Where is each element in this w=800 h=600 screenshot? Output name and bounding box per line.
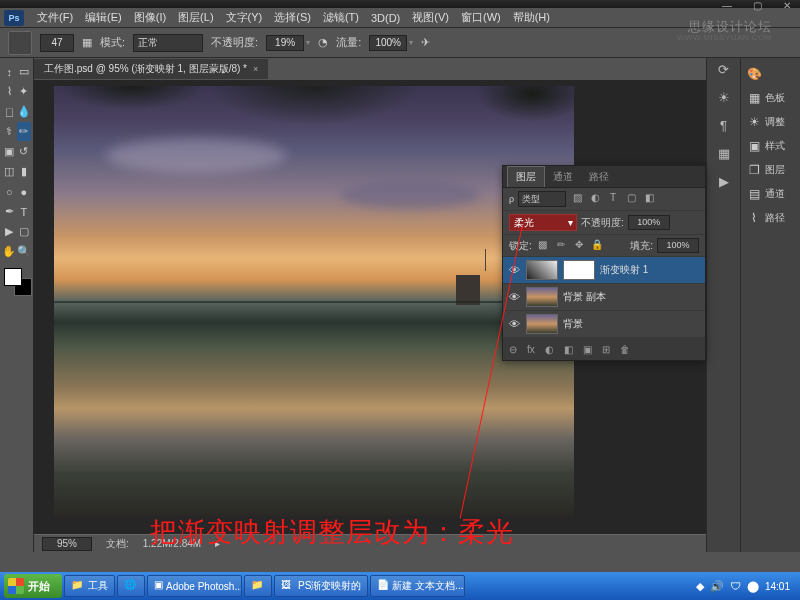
history-panel-icon[interactable]: ⟳ — [714, 62, 734, 80]
app-logo[interactable]: Ps — [4, 10, 24, 26]
minimize-button[interactable]: — — [718, 0, 736, 8]
taskbar-item[interactable]: 📁工具 — [64, 575, 115, 597]
styles-panel-tab[interactable]: ▣样式 — [741, 134, 800, 158]
canvas[interactable] — [54, 86, 574, 516]
menu-filter[interactable]: 滤镜(T) — [318, 8, 364, 27]
color-panel-tab[interactable]: 🎨 — [741, 62, 800, 86]
clock[interactable]: 14:01 — [765, 581, 790, 592]
tray-icon[interactable]: ⬤ — [747, 580, 759, 593]
filter-smart-icon[interactable]: ◧ — [642, 192, 656, 206]
tray-icon[interactable]: ◆ — [696, 580, 704, 593]
brightness-panel-icon[interactable]: ☀ — [714, 90, 734, 108]
pressure-opacity-icon[interactable]: ◔ — [318, 36, 328, 49]
layer-thumbnail[interactable] — [526, 260, 558, 280]
chevron-down-icon[interactable]: ▾ — [306, 38, 310, 47]
document-tab[interactable]: 工作图.psd @ 95% (渐变映射 1, 图层蒙版/8) * × — [34, 59, 268, 79]
layers-tab[interactable]: 图层 — [507, 166, 545, 187]
layer-row[interactable]: 👁 背景 — [503, 311, 705, 338]
lock-transparent-icon[interactable]: ▩ — [536, 239, 550, 253]
marquee-tool[interactable]: ▭ — [17, 62, 32, 81]
lock-position-icon[interactable]: ✥ — [572, 239, 586, 253]
shape-tool[interactable]: ▢ — [17, 222, 32, 241]
layer-name[interactable]: 背景 — [563, 317, 583, 331]
menu-select[interactable]: 选择(S) — [269, 8, 316, 27]
maximize-button[interactable]: ▢ — [748, 0, 766, 8]
delete-layer-icon[interactable]: 🗑 — [620, 344, 630, 355]
heal-tool[interactable]: ⚕ — [2, 122, 17, 141]
opacity-field[interactable]: 19% — [266, 35, 304, 51]
tray-icon[interactable]: 🔊 — [710, 580, 724, 593]
zoom-tool[interactable]: 🔍 — [17, 242, 32, 261]
visibility-icon[interactable]: 👁 — [507, 318, 521, 330]
channels-tab[interactable]: 通道 — [545, 167, 581, 187]
new-adjustment-icon[interactable]: ◧ — [564, 344, 573, 355]
layer-opacity-field[interactable]: 100% — [628, 215, 670, 230]
lock-pixels-icon[interactable]: ✏ — [554, 239, 568, 253]
lasso-tool[interactable]: ⌇ — [2, 82, 17, 101]
channels-panel-tab[interactable]: ▤通道 — [741, 182, 800, 206]
layer-fx-icon[interactable]: fx — [527, 344, 535, 355]
blend-mode-select[interactable]: 正常 — [133, 34, 203, 52]
layer-thumbnail[interactable] — [526, 287, 558, 307]
history-brush-tool[interactable]: ↺ — [17, 142, 32, 161]
menu-window[interactable]: 窗口(W) — [456, 8, 506, 27]
start-button[interactable]: 开始 — [4, 574, 62, 598]
wand-tool[interactable]: ✦ — [17, 82, 32, 101]
taskbar-item[interactable]: 🌐 — [117, 575, 145, 597]
menu-file[interactable]: 文件(F) — [32, 8, 78, 27]
flow-field[interactable]: 100% — [369, 35, 407, 51]
fill-field[interactable]: 100% — [657, 238, 699, 253]
dodge-tool[interactable]: ● — [17, 182, 32, 201]
eraser-tool[interactable]: ◫ — [2, 162, 17, 181]
gradient-tool[interactable]: ▮ — [17, 162, 32, 181]
move-tool[interactable]: ↕ — [2, 62, 17, 81]
brush-tool[interactable]: ✏ — [17, 122, 32, 141]
menu-type[interactable]: 文字(Y) — [221, 8, 268, 27]
layers-panel-tab[interactable]: ❐图层 — [741, 158, 800, 182]
add-mask-icon[interactable]: ◐ — [545, 344, 554, 355]
layer-row[interactable]: 👁 渐变映射 1 — [503, 257, 705, 284]
paragraph-panel-icon[interactable]: ¶ — [714, 118, 734, 136]
menu-image[interactable]: 图像(I) — [129, 8, 171, 27]
close-tab-icon[interactable]: × — [253, 64, 258, 74]
paths-tab[interactable]: 路径 — [581, 167, 617, 187]
brush-size-field[interactable]: 47 — [40, 34, 74, 52]
new-group-icon[interactable]: ▣ — [583, 344, 592, 355]
filter-type-select[interactable]: 类型 — [518, 191, 566, 207]
menu-help[interactable]: 帮助(H) — [508, 8, 555, 27]
adjust-panel-tab[interactable]: ☀调整 — [741, 110, 800, 134]
new-layer-icon[interactable]: ⊞ — [602, 344, 610, 355]
paths-panel-tab[interactable]: ⌇路径 — [741, 206, 800, 230]
pen-tool[interactable]: ✒ — [2, 202, 17, 221]
layer-row[interactable]: 👁 背景 副本 — [503, 284, 705, 311]
filter-adjust-icon[interactable]: ◐ — [588, 192, 602, 206]
filter-shape-icon[interactable]: ▢ — [624, 192, 638, 206]
link-layers-icon[interactable]: ⊖ — [509, 344, 517, 355]
taskbar-item[interactable]: 📁 — [244, 575, 272, 597]
menu-edit[interactable]: 编辑(E) — [80, 8, 127, 27]
tool-preset-icon[interactable] — [8, 31, 32, 55]
tray-icon[interactable]: 🛡 — [730, 580, 741, 592]
swatches-panel-icon[interactable]: ▦ — [714, 146, 734, 164]
taskbar-item[interactable]: 🖼PS渐变映射的 — [274, 575, 368, 597]
airbrush-icon[interactable]: ✈ — [421, 36, 430, 49]
swatches-panel-tab[interactable]: ▦色板 — [741, 86, 800, 110]
toggle-panel-icon[interactable]: ▦ — [82, 36, 92, 49]
taskbar-item[interactable]: 📄新建 文本文档... — [370, 575, 465, 597]
play-icon[interactable]: ▶ — [714, 174, 734, 192]
layer-thumbnail[interactable] — [526, 314, 558, 334]
menu-3d[interactable]: 3D(D) — [366, 10, 405, 26]
layer-name[interactable]: 背景 副本 — [563, 290, 606, 304]
hand-tool[interactable]: ✋ — [2, 242, 17, 261]
visibility-icon[interactable]: 👁 — [507, 291, 521, 303]
close-button[interactable]: ✕ — [778, 0, 796, 8]
mask-thumbnail[interactable] — [563, 260, 595, 280]
color-swatches[interactable] — [4, 268, 32, 296]
crop-tool[interactable]: ⎕ — [2, 102, 17, 121]
blend-mode-select[interactable]: 柔光 — [509, 214, 577, 231]
zoom-field[interactable]: 95% — [42, 537, 92, 551]
blur-tool[interactable]: ○ — [2, 182, 17, 201]
lock-all-icon[interactable]: 🔒 — [590, 239, 604, 253]
filter-pixel-icon[interactable]: ▧ — [570, 192, 584, 206]
eyedropper-tool[interactable]: 💧 — [17, 102, 32, 121]
